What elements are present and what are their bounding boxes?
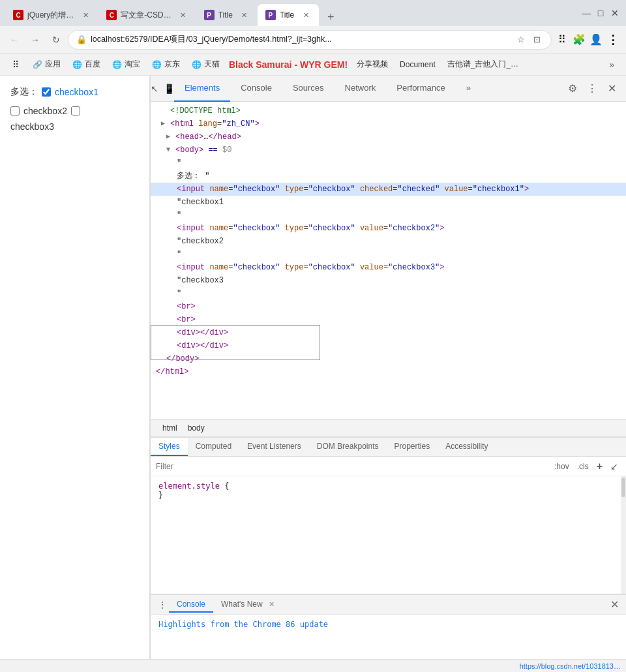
tab-close-4[interactable]: ✕ xyxy=(301,10,311,20)
tab-network[interactable]: Network xyxy=(335,76,387,102)
bookmark-star-icon[interactable]: ☆ xyxy=(514,33,528,46)
devtools-panel: ↖ 📱 Elements Console Sources Network Per… xyxy=(150,76,626,659)
tab-title-3[interactable]: P Title ✕ xyxy=(196,4,258,26)
tab-close-2[interactable]: ✕ xyxy=(178,10,188,20)
page-checkbox2-input[interactable] xyxy=(10,106,20,115)
new-tab-button[interactable]: + xyxy=(321,8,340,26)
qr-icon[interactable]: ⊡ xyxy=(530,33,543,46)
html-line-doctype[interactable]: <!DOCTYPE html> xyxy=(151,104,626,117)
bookmark-tianmao[interactable]: 🌐 天猫 xyxy=(186,57,225,72)
html-line-head[interactable]: ▶ <head>…</head> xyxy=(151,130,626,144)
bookmark-document[interactable]: Document xyxy=(395,58,441,71)
drawer-tab-close-icon[interactable]: ✕ xyxy=(269,600,275,608)
page-label-text: 多选： xyxy=(10,86,38,98)
html-line-div2[interactable]: <div></div> xyxy=(151,339,626,352)
html-line-cb1text[interactable]: "checkbox1 xyxy=(151,196,626,209)
drawer-tab-console[interactable]: Console xyxy=(169,597,213,613)
page-checkbox1-input[interactable] xyxy=(42,87,51,97)
devtools-more-icon[interactable]: ⋮ xyxy=(583,80,601,98)
html-line-close-html[interactable]: </html> xyxy=(151,365,626,378)
tab-bar: C jQuery的增… ✕ C 写文章-CSD… ✕ P Title ✕ P T… xyxy=(5,0,575,26)
styles-tab-dom-breakpoints[interactable]: DOM Breakpoints xyxy=(309,438,387,456)
tab-close-1[interactable]: ✕ xyxy=(80,10,91,20)
styles-tab-computed[interactable]: Computed xyxy=(188,438,239,456)
minimize-button[interactable]: — xyxy=(580,7,592,19)
bookmark-jd[interactable]: 🌐 京东 xyxy=(147,57,185,72)
triangle-head[interactable]: ▶ xyxy=(166,131,175,143)
add-style-btn[interactable]: + xyxy=(594,459,605,474)
bookmark-apps[interactable]: 🔗 应用 xyxy=(27,57,66,72)
devtools-settings-icon[interactable]: ⚙ xyxy=(563,80,582,98)
status-link[interactable]: https://blog.csdn.net/1031813… xyxy=(520,662,621,670)
bookmarks-more-button[interactable]: » xyxy=(605,57,618,72)
forward-button[interactable]: → xyxy=(26,31,44,49)
bookmarks-apps-grid[interactable]: ⠿ xyxy=(8,57,23,72)
cls-filter-btn[interactable]: .cls xyxy=(574,461,591,472)
html-line-text4[interactable]: " xyxy=(151,248,626,261)
tab-more[interactable]: » xyxy=(456,76,481,102)
html-line-html[interactable]: ▶ <html lang="zh_CN"> xyxy=(151,117,626,130)
html-line-text1[interactable]: " xyxy=(151,157,626,170)
styles-tab-accessibility[interactable]: Accessibility xyxy=(438,438,496,456)
html-line-close-body[interactable]: </body> xyxy=(151,352,626,365)
styles-tab-properties[interactable]: Properties xyxy=(386,438,438,456)
html-line-div1[interactable]: <div></div> xyxy=(151,326,626,339)
new-layer-btn[interactable]: ↙ xyxy=(608,460,621,473)
bookmark-baidu[interactable]: 🌐 百度 xyxy=(67,57,106,72)
ext-puzzle-icon[interactable]: 🧩 xyxy=(571,32,587,48)
html-line-input3[interactable]: <input name="checkbox" type="checkbox" v… xyxy=(151,261,626,274)
styles-scrollbar-thumb[interactable] xyxy=(621,478,625,497)
status-bar: https://blog.csdn.net/1031813… xyxy=(0,659,626,672)
styles-tab-event-listeners[interactable]: Event Listeners xyxy=(239,438,309,456)
ext-apps-icon[interactable]: ⠿ xyxy=(554,32,570,48)
tab-close-3[interactable]: ✕ xyxy=(239,10,250,20)
tab-favicon-1: C xyxy=(13,10,23,20)
bookmark-share-video[interactable]: 分享视频 xyxy=(351,57,393,72)
styles-tab-styles[interactable]: Styles xyxy=(151,438,188,456)
back-button[interactable]: ← xyxy=(5,31,23,49)
tab-sources[interactable]: Sources xyxy=(282,76,335,102)
bookmark-taobao[interactable]: 🌐 淘宝 xyxy=(107,57,145,72)
html-line-cb3text[interactable]: "checkbox3 xyxy=(151,274,626,287)
checkbox2-label: checkbox2 xyxy=(23,106,67,116)
breadcrumb-html[interactable]: html xyxy=(158,422,181,434)
triangle-body[interactable]: ▼ xyxy=(166,144,175,156)
refresh-button[interactable]: ↻ xyxy=(47,31,65,49)
tab-performance[interactable]: Performance xyxy=(386,76,455,102)
bookmark-guitar[interactable]: 吉他谱_吉他入门_… xyxy=(442,57,524,72)
html-line-br2[interactable]: <br> xyxy=(151,313,626,326)
html-line-text3[interactable]: " xyxy=(151,209,626,222)
devtools-cursor-icon[interactable]: ↖ xyxy=(151,84,158,94)
tab-jquery[interactable]: C jQuery的增… ✕ xyxy=(5,4,98,26)
styles-filter-input[interactable] xyxy=(156,462,546,471)
console-drawer: ⋮ Console What's New ✕ ✕ Highlights from… xyxy=(151,594,626,659)
html-line-text2[interactable]: 多选： " xyxy=(151,170,626,183)
html-line-br1[interactable]: <br> xyxy=(151,300,626,313)
triangle-html[interactable]: ▶ xyxy=(161,118,170,130)
address-bar[interactable]: 🔒 localhost:62579/IDEA项目/03_jQuery/Demo/… xyxy=(68,30,552,50)
text1-content: " xyxy=(177,157,181,169)
html-line-input2[interactable]: <input name="checkbox" type="checkbox" v… xyxy=(151,222,626,235)
user-avatar-icon[interactable]: 👤 xyxy=(588,32,604,48)
html-line-input1[interactable]: <input name="checkbox" type="checkbox" c… xyxy=(151,183,626,196)
more-options-icon[interactable]: ⋮ xyxy=(605,32,621,48)
html-line-body[interactable]: ▼ <body> == $0 xyxy=(151,144,626,157)
hov-filter-btn[interactable]: :hov xyxy=(552,461,572,472)
html-line-text5[interactable]: " xyxy=(151,287,626,300)
tab-title-4-active[interactable]: P Title ✕ xyxy=(258,4,319,26)
devtools-close-icon[interactable]: ✕ xyxy=(603,80,621,98)
html-line-cb2text[interactable]: "checkbox2 xyxy=(151,235,626,248)
drawer-close-button[interactable]: ✕ xyxy=(608,598,621,611)
tab-favicon-2: C xyxy=(106,10,117,20)
tab-console[interactable]: Console xyxy=(230,76,282,102)
breadcrumb-body[interactable]: body xyxy=(184,422,209,434)
tab-csdn[interactable]: C 写文章-CSD… ✕ xyxy=(98,4,196,26)
page-checkbox2b-input[interactable] xyxy=(71,106,80,115)
drawer-menu-icon[interactable]: ⋮ xyxy=(156,598,169,611)
text5-content: " xyxy=(177,288,181,299)
devtools-device-icon[interactable]: 📱 xyxy=(164,84,175,94)
drawer-tab-whats-new[interactable]: What's New ✕ xyxy=(213,597,282,613)
close-button[interactable]: ✕ xyxy=(609,7,621,19)
maximize-button[interactable]: □ xyxy=(595,7,606,19)
tab-elements[interactable]: Elements xyxy=(174,76,230,102)
